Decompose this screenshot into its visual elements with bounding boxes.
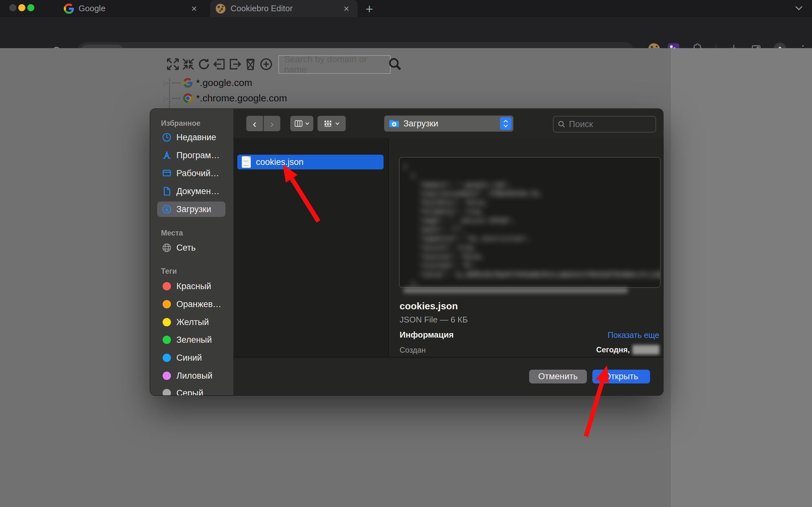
import-icon[interactable] — [212, 57, 227, 71]
sidebar-item-network[interactable]: Сеть — [150, 240, 234, 256]
tree-connector-stub — [172, 82, 180, 83]
sidebar-tag-lilac[interactable]: Лиловый — [150, 368, 234, 384]
preview-file-meta: JSON File — 6 КБ — [399, 315, 468, 325]
sidebar-tag-red[interactable]: Красный — [150, 279, 234, 294]
traffic-zoom-button[interactable] — [27, 4, 34, 11]
file-list[interactable]: cookies.json — [234, 138, 388, 357]
footer-divider — [234, 357, 663, 357]
tag-color-dot — [163, 300, 171, 308]
tag-color-dot — [163, 372, 171, 380]
add-icon[interactable] — [259, 57, 273, 71]
new-tab-button[interactable]: + — [366, 2, 373, 16]
blurred-text-line — [403, 288, 628, 293]
tree-row-google[interactable]: ▷ *.google.com — [164, 76, 252, 89]
tab-title: Cookiebro Editor — [231, 4, 293, 13]
tag-label: Красный — [176, 281, 211, 291]
traffic-minimize-button[interactable] — [18, 4, 25, 11]
google-favicon-icon — [183, 78, 193, 88]
tab-title: Google — [78, 4, 106, 13]
tab-close-icon[interactable]: × — [343, 3, 349, 14]
tag-label: Желтый — [176, 317, 209, 327]
expander-icon[interactable]: ▷ — [164, 79, 168, 87]
traffic-close-button[interactable] — [9, 4, 16, 11]
tag-color-dot — [163, 282, 171, 290]
sidebar-item-label: Загрузки — [176, 205, 211, 214]
sidebar-item-applications[interactable]: Програм… — [150, 148, 234, 163]
json-file-icon — [242, 156, 251, 168]
document-icon — [161, 186, 172, 197]
sidebar-item-recents[interactable]: Недавние — [150, 130, 234, 145]
tag-label: Лиловый — [176, 371, 212, 381]
sidebar-tag-gray[interactable]: Серый — [150, 385, 234, 395]
browser-toolbar: ← → ⟳ indigo chrome-extension://lpmockib… — [0, 17, 812, 48]
location-popup-label: Загрузки — [403, 119, 438, 129]
expander-icon[interactable]: ▷ — [164, 94, 168, 102]
downloads-folder-icon — [389, 119, 399, 128]
tab-search-chevron-icon[interactable] — [795, 5, 803, 11]
search-icon[interactable] — [387, 56, 402, 71]
show-more-link[interactable]: Показать еще — [608, 331, 659, 340]
created-label: Создан — [399, 346, 426, 354]
page-right-gutter — [671, 48, 812, 507]
dialog-forward-button[interactable]: › — [264, 116, 280, 131]
sidebar-item-desktop[interactable]: Рабочий… — [150, 166, 234, 181]
globe-icon — [161, 242, 172, 253]
dialog-sidebar: Избранное Недавние Програм… Рабочий… Док… — [150, 109, 234, 395]
sidebar-tag-blue[interactable]: Синий — [150, 350, 234, 365]
sidebar-tag-yellow[interactable]: Желтый — [150, 315, 234, 330]
google-favicon-icon — [64, 4, 74, 14]
file-row-cookies-json[interactable]: cookies.json — [237, 155, 384, 169]
clock-icon — [161, 132, 172, 143]
desktop-icon — [161, 168, 172, 179]
preview-thumbnail: [ { "domain": ".google.com", "expiration… — [399, 157, 661, 288]
favorites-header: Избранное — [161, 119, 200, 128]
back-chevron-icon: ‹ — [253, 117, 256, 130]
expand-all-icon[interactable] — [166, 57, 180, 71]
refresh-icon[interactable] — [197, 57, 211, 71]
chevron-down-icon — [305, 122, 309, 125]
export-icon[interactable] — [228, 57, 242, 71]
domain-search-input[interactable]: Search by domain or name — [278, 55, 391, 74]
tree-domain-label[interactable]: *.google.com — [196, 77, 252, 88]
location-popup[interactable]: Загрузки — [384, 116, 513, 131]
open-button[interactable]: Открыть — [592, 370, 650, 384]
chevron-down-icon — [335, 122, 339, 125]
forward-chevron-icon: › — [270, 117, 273, 130]
dialog-back-button[interactable]: ‹ — [246, 116, 263, 131]
tag-label: Зеленый — [176, 335, 212, 345]
cancel-button[interactable]: Отменить — [529, 370, 587, 384]
sidebar-tag-green[interactable]: Зеленый — [150, 332, 234, 347]
created-value: Сегодня, — [596, 345, 659, 354]
tab-close-icon[interactable]: × — [191, 3, 197, 14]
search-icon — [557, 120, 566, 128]
group-view-button[interactable] — [317, 116, 346, 131]
tag-label: Серый — [176, 388, 203, 396]
tab-google[interactable]: Google × — [59, 0, 205, 17]
places-header: Места — [161, 229, 183, 237]
tree-domain-label[interactable]: *.chrome.google.com — [196, 93, 287, 104]
dialog-search-input[interactable]: Поиск — [553, 116, 656, 132]
collapse-all-icon[interactable] — [181, 57, 195, 71]
popup-stepper[interactable] — [500, 117, 511, 130]
preview-info-header: Информация — [399, 330, 454, 340]
blurred-time-chip — [632, 345, 659, 354]
downloads-circle-icon — [161, 204, 172, 215]
sidebar-item-documents[interactable]: Докумен… — [150, 183, 234, 199]
file-name-label: cookies.json — [256, 157, 304, 167]
tag-label: Оранжев… — [176, 299, 221, 309]
chevron-up-icon — [503, 120, 508, 123]
tab-cookiebro[interactable]: Cookiebro Editor × — [210, 0, 358, 17]
sidebar-item-label: Програм… — [176, 151, 220, 160]
sidebar-item-downloads[interactable]: Загрузки — [150, 202, 234, 217]
sidebar-item-label: Докумен… — [176, 186, 220, 196]
blurred-json-content: [ { "domain": ".google.com", "expiration… — [399, 158, 660, 288]
delete-trash-icon[interactable] — [243, 57, 257, 71]
sidebar-tag-orange[interactable]: Оранжев… — [150, 296, 234, 312]
columns-view-button[interactable] — [290, 116, 313, 131]
tree-row-chrome-google[interactable]: ▷ *.chrome.google.com — [164, 92, 287, 105]
preview-pane: [ { "domain": ".google.com", "expiration… — [389, 138, 663, 357]
tags-header: Теги — [161, 267, 177, 276]
tag-color-dot — [163, 318, 171, 326]
search-placeholder: Search by domain or name — [284, 54, 390, 75]
screen: Google × Cookiebro Editor × + ← → ⟳ indi… — [0, 0, 812, 507]
